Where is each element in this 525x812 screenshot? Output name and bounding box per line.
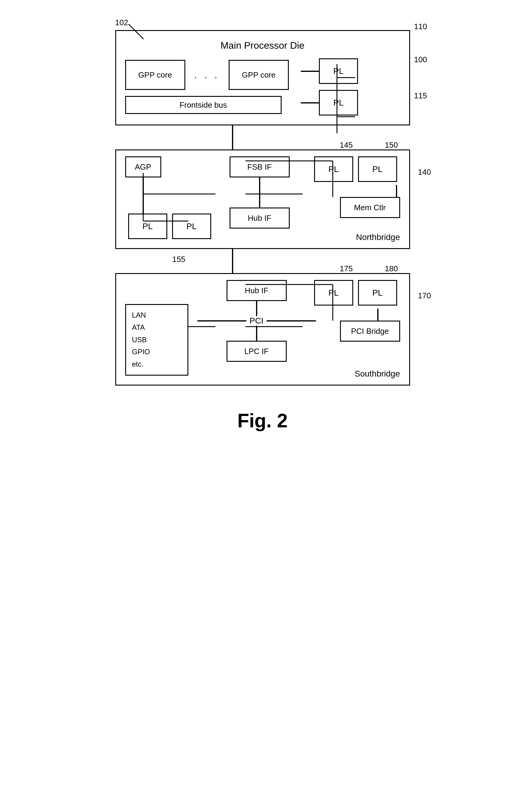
ref-100: 100: [414, 55, 427, 64]
gpp-core-2: GPP core: [229, 60, 289, 90]
page: 102 110 100 115 Main Processor Die GPP c…: [0, 0, 525, 456]
northbridge-box: Northbridge AGP PL: [115, 150, 410, 249]
connector-nb-to-sb: [232, 249, 233, 273]
pl-box-sb-1: PL: [314, 280, 353, 306]
frontside-bus: Frontside bus: [125, 96, 282, 114]
hub-if-south-box: Hub IF: [227, 280, 287, 301]
h-connector-pl2: [301, 102, 319, 104]
pl-box-agp-1: PL: [128, 214, 167, 239]
connector-proc-to-nb: [232, 125, 233, 150]
fsb-hub-vline: [259, 178, 260, 189]
ref-170: 170: [418, 291, 431, 301]
pl-box-sb-2: PL: [358, 280, 397, 306]
lpc-if-box: LPC IF: [227, 341, 287, 362]
main-processor-title: Main Processor Die: [125, 40, 400, 51]
hubif-pci-vline: [256, 301, 257, 316]
pci-hline-left: [197, 320, 247, 321]
agp-box: AGP: [125, 156, 161, 178]
dots: . . .: [194, 70, 220, 81]
main-processor-die-box: 110 100 115 Main Processor Die GPP core …: [115, 30, 410, 125]
fsb-if-box: FSB IF: [229, 156, 290, 178]
ref-150: 150: [385, 140, 398, 150]
h-connector-pl1: [301, 71, 319, 72]
hub-if-north-box: Hub IF: [229, 208, 290, 229]
mem-ctlr-box: Mem Ctlr: [340, 197, 400, 218]
pl-box-2: PL: [319, 90, 358, 116]
pci-label: PCI: [250, 316, 264, 326]
gpp-core-1: GPP core: [125, 60, 185, 90]
ref-140: 140: [418, 168, 431, 177]
diagram-container: 102 110 100 115 Main Processor Die GPP c…: [97, 18, 428, 432]
pci-lpc-vline: [256, 326, 257, 341]
pl-pcibridge-vline: [377, 309, 378, 321]
pl-box-1: PL: [319, 58, 358, 84]
pci-hline-right: [267, 320, 316, 321]
center-vline: [259, 189, 260, 208]
pl-to-memctlr-line: [396, 185, 397, 197]
agp-v-line: [142, 178, 144, 186]
pl-box-nb-1: PL: [314, 156, 353, 182]
agp-v-line2: [142, 186, 144, 214]
ref-115: 115: [414, 91, 427, 101]
pl-box-nb-2: PL: [358, 156, 397, 182]
pci-bridge-box: PCI Bridge: [340, 321, 400, 342]
ref-155: 155: [172, 255, 185, 264]
ref-110: 110: [414, 22, 427, 31]
ref-175: 175: [340, 264, 352, 273]
lan-box: LAN ATA USB GPIO etc.: [125, 304, 188, 376]
ref-145: 145: [340, 140, 352, 150]
southbridge-box: Southbridge LAN ATA USB GPIO etc. Hub IF: [115, 273, 410, 385]
ref-180: 180: [385, 264, 398, 273]
fig-label: Fig. 2: [237, 410, 288, 432]
